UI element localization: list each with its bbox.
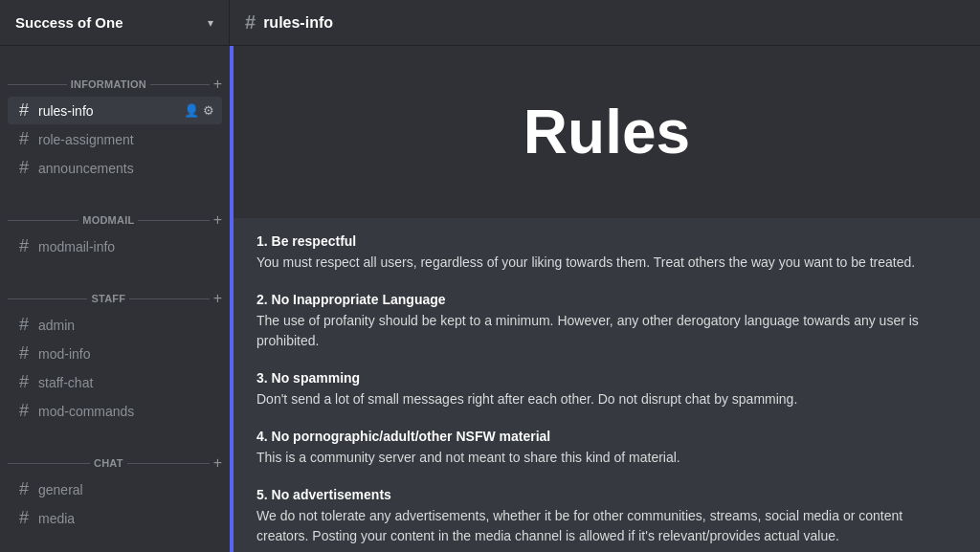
rule-item-3: 3. No spamming Don't send a lot of small… <box>256 370 957 409</box>
category-header-voice[interactable]: VOICE + <box>0 547 230 552</box>
hash-icon: # <box>15 401 33 421</box>
category-header-staff[interactable]: STAFF + <box>0 276 230 310</box>
banner-title: Rules <box>523 97 690 167</box>
rule-item-2: 2. No Inappropriate Language The use of … <box>256 292 957 351</box>
divider-left <box>8 298 87 299</box>
channel-name-modmail-info: modmail-info <box>38 239 214 254</box>
sidebar-item-modmail-info[interactable]: # modmail-info <box>8 232 222 260</box>
divider-right <box>129 298 209 299</box>
category-chat: CHAT + # general # media <box>0 440 230 532</box>
sidebar-item-mod-info[interactable]: # mod-info <box>8 340 222 367</box>
category-header-chat[interactable]: CHAT + <box>0 440 230 475</box>
main-layout: INFORMATION + # rules-info 👤 ⚙ # role-as… <box>0 46 980 552</box>
channel-name-role-assignment: role-assignment <box>38 132 214 147</box>
channel-name-mod-info: mod-info <box>38 346 214 362</box>
category-header-information[interactable]: INFORMATION + <box>0 61 230 96</box>
channel-name-admin: admin <box>38 318 214 333</box>
rule-item-4: 4. No pornographic/adult/other NSFW mate… <box>256 429 957 468</box>
channel-hash-icon: # <box>245 11 256 33</box>
top-bar: Success of One ▾ # rules-info <box>0 0 980 46</box>
rule-item-1: 1. Be respectful You must respect all us… <box>256 233 957 273</box>
category-label-chat: CHAT <box>94 457 123 469</box>
sidebar-item-role-assignment[interactable]: # role-assignment <box>8 125 222 153</box>
channel-name-staff-chat: staff-chat <box>38 375 214 390</box>
channel-name-media: media <box>38 511 214 526</box>
channel-name-rules-info: rules-info <box>38 103 178 119</box>
rule-desc-5: We do not tolerate any advertisements, w… <box>256 506 957 546</box>
category-staff: STAFF + # admin # mod-info # staff-chat … <box>0 276 230 425</box>
rule-desc-3: Don't send a lot of small messages right… <box>256 389 957 409</box>
hash-icon: # <box>15 372 33 392</box>
rule-desc-4: This is a community server and not meant… <box>256 448 957 468</box>
rule-title-3: 3. No spamming <box>256 370 957 386</box>
add-channel-icon[interactable]: + <box>213 212 222 228</box>
content-area: Rules 1. Be respectful You must respect … <box>230 46 980 552</box>
rule-title-1: 1. Be respectful <box>256 233 957 249</box>
channel-name-announcements: announcements <box>38 161 214 176</box>
rule-title-5: 5. No advertisements <box>256 487 957 502</box>
settings-icon[interactable]: ⚙ <box>203 103 214 118</box>
hash-icon: # <box>15 508 33 528</box>
divider-right <box>127 463 210 464</box>
divider-left <box>8 463 90 464</box>
sidebar-item-admin[interactable]: # admin <box>8 311 222 339</box>
messages-area: Rules 1. Be respectful You must respect … <box>230 46 980 552</box>
sidebar-item-mod-commands[interactable]: # mod-commands <box>8 397 222 425</box>
channel-header: # rules-info <box>230 11 348 33</box>
divider-right <box>150 84 210 85</box>
channel-name-general: general <box>38 482 214 497</box>
sidebar-item-announcements[interactable]: # announcements <box>8 154 222 182</box>
server-name: Success of One <box>15 14 123 31</box>
sidebar-item-staff-chat[interactable]: # staff-chat <box>8 368 222 396</box>
rules-content: 1. Be respectful You must respect all us… <box>230 218 980 552</box>
category-label-modmail: MODMAIL <box>82 214 134 226</box>
sidebar-item-media[interactable]: # media <box>8 504 222 532</box>
channel-icons: 👤 ⚙ <box>184 103 214 118</box>
hash-icon: # <box>15 100 33 121</box>
sidebar-item-rules-info[interactable]: # rules-info 👤 ⚙ <box>8 97 222 124</box>
divider-left <box>8 220 78 221</box>
rule-desc-2: The use of profanity should be kept to a… <box>256 311 957 351</box>
divider-right <box>138 220 209 221</box>
hash-icon: # <box>15 129 33 149</box>
add-channel-icon[interactable]: + <box>213 77 222 92</box>
category-header-modmail[interactable]: MODMAIL + <box>0 197 230 232</box>
channel-name-mod-commands: mod-commands <box>38 404 214 419</box>
category-label-information: INFORMATION <box>71 78 146 90</box>
rule-item-5: 5. No advertisements We do not tolerate … <box>256 487 957 546</box>
add-channel-icon[interactable]: + <box>213 291 222 306</box>
hash-icon: # <box>15 315 33 335</box>
category-voice: VOICE + # voice-commands <box>0 547 230 552</box>
hash-icon: # <box>15 343 33 364</box>
sidebar: INFORMATION + # rules-info 👤 ⚙ # role-as… <box>0 46 230 552</box>
add-channel-icon[interactable]: + <box>213 455 222 471</box>
category-information: INFORMATION + # rules-info 👤 ⚙ # role-as… <box>0 61 230 182</box>
hash-icon: # <box>15 158 33 178</box>
hash-icon: # <box>15 236 33 256</box>
member-icon[interactable]: 👤 <box>184 103 199 118</box>
category-modmail: MODMAIL + # modmail-info <box>0 197 230 260</box>
channel-name-header: rules-info <box>263 14 333 32</box>
hash-icon: # <box>15 479 33 499</box>
server-name-area[interactable]: Success of One ▾ <box>0 0 230 45</box>
rule-title-4: 4. No pornographic/adult/other NSFW mate… <box>256 429 957 444</box>
category-label-staff: STAFF <box>91 293 125 304</box>
rules-banner: Rules <box>230 46 980 218</box>
rule-title-2: 2. No Inappropriate Language <box>256 292 957 307</box>
rule-desc-1: You must respect all users, regardless o… <box>256 253 957 273</box>
sidebar-item-general[interactable]: # general <box>8 475 222 503</box>
divider-left <box>8 84 67 85</box>
chevron-down-icon: ▾ <box>208 16 213 30</box>
